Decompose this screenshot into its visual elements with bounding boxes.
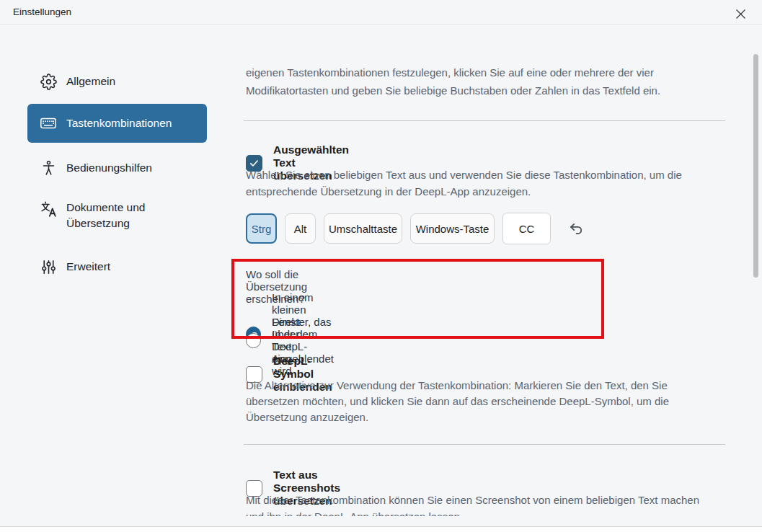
section-divider bbox=[244, 120, 725, 121]
reset-shortcut-button[interactable] bbox=[568, 221, 585, 237]
sidebar-item-label: Allgemein bbox=[66, 74, 115, 89]
radio-button-unselected[interactable] bbox=[246, 333, 261, 348]
sidebar-item-bedienungshilfen[interactable]: Bedienungshilfen bbox=[27, 152, 207, 184]
shortcut-keys-row: Strg Alt Umschalttaste Windows-Taste bbox=[246, 213, 585, 244]
close-button[interactable] bbox=[730, 6, 750, 22]
sidebar-item-allgemein[interactable]: Allgemein bbox=[27, 66, 207, 97]
window-bottom-edge bbox=[0, 527, 762, 532]
sidebar-item-label: Dokumente und Übersetzung bbox=[66, 200, 174, 231]
gear-icon bbox=[40, 73, 57, 90]
sliders-icon bbox=[40, 258, 57, 275]
translate-icon bbox=[40, 200, 57, 218]
intro-text: eigenen Tastenkombinationen festzulegen,… bbox=[246, 63, 730, 99]
modifier-key-windows-taste[interactable]: Windows-Taste bbox=[410, 213, 495, 244]
modifier-key-alt[interactable]: Alt bbox=[285, 213, 316, 244]
modifier-key-umschalttaste[interactable]: Umschalttaste bbox=[324, 213, 402, 244]
window-title: Einstellungen bbox=[13, 6, 71, 17]
modifier-key-strg[interactable]: Strg bbox=[246, 213, 277, 244]
sidebar-item-label: Tastenkombinationen bbox=[66, 115, 172, 131]
shortcut-letter-input[interactable] bbox=[502, 213, 551, 244]
symbol-description: Die Alternative zur Verwendung der Taste… bbox=[246, 378, 716, 425]
titlebar: Einstellungen bbox=[0, 0, 762, 25]
vertical-scrollbar-thumb[interactable] bbox=[753, 54, 758, 278]
sidebar-item-dokumente[interactable]: Dokumente und Übersetzung bbox=[27, 192, 207, 239]
close-icon bbox=[735, 9, 746, 19]
settings-window: Einstellungen Allgemein bbox=[0, 0, 762, 532]
accessibility-icon bbox=[40, 159, 57, 177]
sidebar-item-label: Bedienungshilfen bbox=[66, 160, 152, 176]
sidebar-item-erweitert[interactable]: Erweitert bbox=[27, 251, 207, 283]
sidebar-item-tastenkombinationen[interactable]: Tastenkombinationen bbox=[27, 104, 207, 143]
select-text-description: Wählen Sie einen beliebigen Text aus und… bbox=[246, 167, 722, 200]
screenshots-description: Mit dieser Tastenkombination können Sie … bbox=[246, 492, 716, 516]
sidebar-item-label: Erweitert bbox=[66, 259, 110, 275]
undo-icon bbox=[568, 221, 585, 237]
section-divider bbox=[244, 444, 725, 445]
keyboard-icon bbox=[40, 115, 57, 132]
